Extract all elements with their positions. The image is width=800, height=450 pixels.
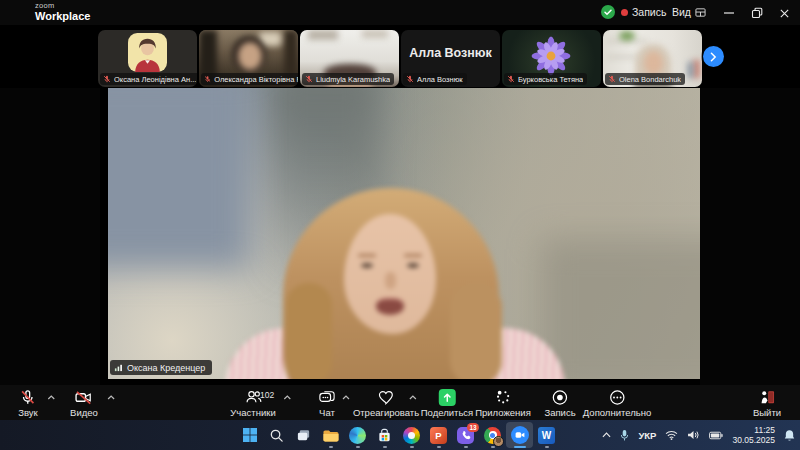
eyebrow xyxy=(404,254,422,257)
view-button[interactable]: Вид xyxy=(672,6,706,18)
participant-filmstrip: Оксана Леонідівна Ан... Олександра Вікто… xyxy=(0,25,800,88)
close-icon[interactable] xyxy=(777,6,791,20)
minimize-button[interactable] xyxy=(722,6,736,20)
microsoft-store-icon xyxy=(377,428,392,443)
running-indicator xyxy=(356,446,360,449)
react-button[interactable]: Отреагировать xyxy=(353,388,419,418)
chat-button[interactable]: Чат xyxy=(318,388,336,418)
edge-button[interactable] xyxy=(344,422,371,448)
participant-name: Оксана Леонідівна Ан... xyxy=(114,75,196,84)
participant-tile-6[interactable]: Olena Bondarchuk xyxy=(603,30,702,87)
recording-label: Запись xyxy=(632,6,666,18)
active-speaker-name: Оксана Креденцер xyxy=(127,363,205,373)
restore-button[interactable] xyxy=(750,6,764,20)
share-button[interactable]: Поделиться xyxy=(421,388,473,418)
word-button[interactable]: W xyxy=(533,422,560,448)
record-label: Запись xyxy=(544,407,575,418)
clock[interactable]: 11:25 30.05.2025 xyxy=(732,425,775,445)
system-tray: УКР 11:25 30.05.2025 xyxy=(602,420,795,450)
record-icon xyxy=(551,388,568,406)
zoom-app-button[interactable] xyxy=(506,422,533,448)
file-explorer-button[interactable] xyxy=(317,422,344,448)
store-button[interactable] xyxy=(371,422,398,448)
start-button[interactable] xyxy=(236,422,263,448)
chrome-button[interactable] xyxy=(479,422,506,448)
participant-name-chip: Бурковська Тетяна Алла Вознюк xyxy=(403,73,467,85)
eye xyxy=(407,263,419,268)
next-participants-button[interactable] xyxy=(703,46,724,67)
mouth xyxy=(376,298,404,315)
language-indicator[interactable]: УКР xyxy=(638,430,656,441)
react-options-caret[interactable] xyxy=(409,395,417,400)
volume-icon[interactable] xyxy=(687,430,700,440)
running-indicator xyxy=(545,446,549,449)
microphone-in-use-icon[interactable] xyxy=(620,429,629,442)
video-camera-icon xyxy=(515,431,525,439)
muted-mic-icon xyxy=(19,388,36,406)
hidden-icons-caret[interactable] xyxy=(602,432,611,438)
background-shape xyxy=(308,30,338,40)
more-button[interactable]: Дополнительно xyxy=(583,388,651,418)
microsoft365-icon xyxy=(403,427,420,444)
leave-meeting-icon xyxy=(758,388,776,406)
edge-icon xyxy=(349,427,366,444)
participant-name: Liudmyla Karamushka xyxy=(316,75,390,84)
recording-indicator[interactable]: Запись xyxy=(621,6,666,18)
audio-options-caret[interactable] xyxy=(47,395,55,400)
record-button[interactable]: Запись xyxy=(544,388,575,418)
microsoft365-button[interactable] xyxy=(398,422,425,448)
participant-display-name: Алла Вознюк xyxy=(401,46,500,60)
share-screen-icon xyxy=(439,389,456,406)
titlebar: zoom Workplace Запись Вид xyxy=(0,0,800,25)
main-stage: Оксана Креденцер xyxy=(0,88,800,385)
book-shape xyxy=(694,60,699,78)
search-icon xyxy=(269,428,284,443)
viber-button[interactable]: 13 xyxy=(452,422,479,448)
muted-mic-icon xyxy=(204,75,211,83)
phone-icon xyxy=(461,430,471,440)
audio-label: Звук xyxy=(18,407,37,418)
muted-mic-icon xyxy=(103,75,111,83)
powerpoint-icon: P xyxy=(430,427,447,444)
task-view-button[interactable] xyxy=(290,422,317,448)
search-button[interactable] xyxy=(263,422,290,448)
participant-tile-2[interactable]: Олександра Вікторівна Б... xyxy=(199,30,298,87)
audio-button[interactable]: Звук xyxy=(18,388,37,418)
face-shape xyxy=(344,214,436,334)
powerpoint-button[interactable]: P xyxy=(425,422,452,448)
tray-date: 30.05.2025 xyxy=(732,435,775,445)
taskbar-apps: P 13 W xyxy=(236,422,560,448)
participant-tile-3[interactable]: Liudmyla Karamushka xyxy=(300,30,399,87)
running-indicator xyxy=(383,446,387,449)
participant-tile-4[interactable]: Алла Вознюк Бурковська Тетяна Алла Возню… xyxy=(401,30,500,87)
participants-count: 102 xyxy=(260,390,274,400)
video-options-caret[interactable] xyxy=(107,395,115,400)
leave-button[interactable]: Выйти xyxy=(753,388,781,418)
chat-icon xyxy=(318,388,336,406)
muted-mic-icon xyxy=(608,75,616,83)
background-shape xyxy=(362,30,388,38)
participants-button[interactable]: 102 Участники xyxy=(230,388,275,418)
video-letterbox xyxy=(100,88,108,385)
participant-tile-5[interactable]: Бурковська Тетяна xyxy=(502,30,601,87)
battery-icon[interactable] xyxy=(709,431,723,440)
react-label: Отреагировать xyxy=(353,407,419,418)
chat-options-caret[interactable] xyxy=(342,395,350,400)
logo-zoom-text: zoom xyxy=(35,2,90,10)
participant-tile-1[interactable]: Оксана Леонідівна Ан... xyxy=(98,30,197,87)
face-shape xyxy=(238,42,262,70)
share-label: Поделиться xyxy=(421,407,473,418)
running-indicator xyxy=(464,446,468,449)
notification-bell-icon[interactable] xyxy=(784,429,795,442)
windows-taskbar: P 13 W xyxy=(0,420,800,450)
apps-button[interactable]: Приложения xyxy=(475,388,531,418)
participants-options-caret[interactable] xyxy=(283,395,291,400)
chrome-icon xyxy=(484,427,501,444)
video-button[interactable]: Видео xyxy=(70,388,98,418)
encryption-shield-icon[interactable] xyxy=(601,5,615,23)
participant-name-chip: Олександра Вікторівна Б... xyxy=(201,73,298,85)
eye xyxy=(361,263,373,268)
active-speaker-name-chip: Оксана Креденцер xyxy=(110,360,212,375)
wifi-icon[interactable] xyxy=(665,430,678,440)
notification-badge: 13 xyxy=(467,423,479,432)
